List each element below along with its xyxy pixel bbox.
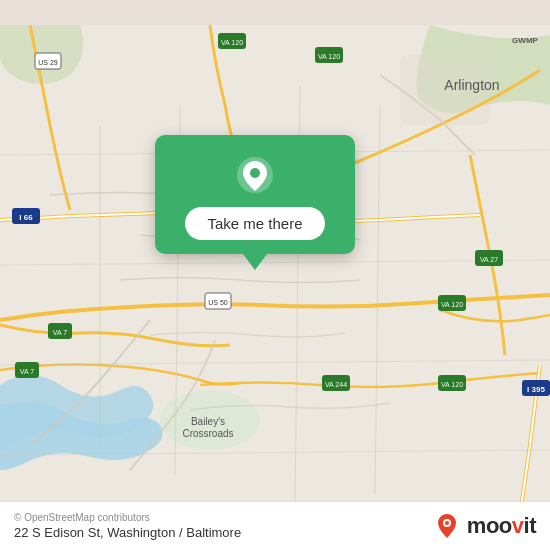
address-text: 22 S Edison St, Washington / Baltimore: [14, 525, 241, 540]
svg-text:VA 27: VA 27: [480, 256, 498, 263]
svg-text:VA 120: VA 120: [221, 39, 243, 46]
svg-text:I 395: I 395: [527, 385, 545, 394]
svg-text:Crossroads: Crossroads: [182, 428, 233, 439]
svg-text:VA 120: VA 120: [318, 53, 340, 60]
svg-point-34: [445, 521, 449, 525]
svg-text:US 50: US 50: [208, 299, 228, 306]
moovit-pin-icon: [433, 512, 461, 540]
bottom-bar: © OpenStreetMap contributors 22 S Edison…: [0, 501, 550, 550]
map-svg: I 66 US 29 VA 120 VA 120 US 50 VA 27 VA …: [0, 0, 550, 550]
svg-text:I 66: I 66: [19, 213, 33, 222]
svg-text:GWMP: GWMP: [512, 36, 538, 45]
location-pin-icon: [233, 153, 277, 197]
take-me-there-button[interactable]: Take me there: [185, 207, 324, 240]
moovit-brand-name: moovit: [467, 513, 536, 539]
copyright-text: © OpenStreetMap contributors: [14, 512, 241, 523]
svg-text:VA 7: VA 7: [53, 329, 67, 336]
svg-point-32: [250, 168, 260, 178]
svg-text:VA 244: VA 244: [325, 381, 347, 388]
svg-text:Arlington: Arlington: [444, 77, 499, 93]
svg-text:VA 120: VA 120: [441, 301, 463, 308]
svg-text:VA 120: VA 120: [441, 381, 463, 388]
svg-text:US 29: US 29: [38, 59, 58, 66]
moovit-logo: moovit: [433, 512, 536, 540]
map-container: I 66 US 29 VA 120 VA 120 US 50 VA 27 VA …: [0, 0, 550, 550]
svg-text:VA 7: VA 7: [20, 368, 34, 375]
svg-text:Bailey's: Bailey's: [191, 416, 225, 427]
bottom-info: © OpenStreetMap contributors 22 S Edison…: [14, 512, 241, 540]
location-popup: Take me there: [155, 135, 355, 254]
